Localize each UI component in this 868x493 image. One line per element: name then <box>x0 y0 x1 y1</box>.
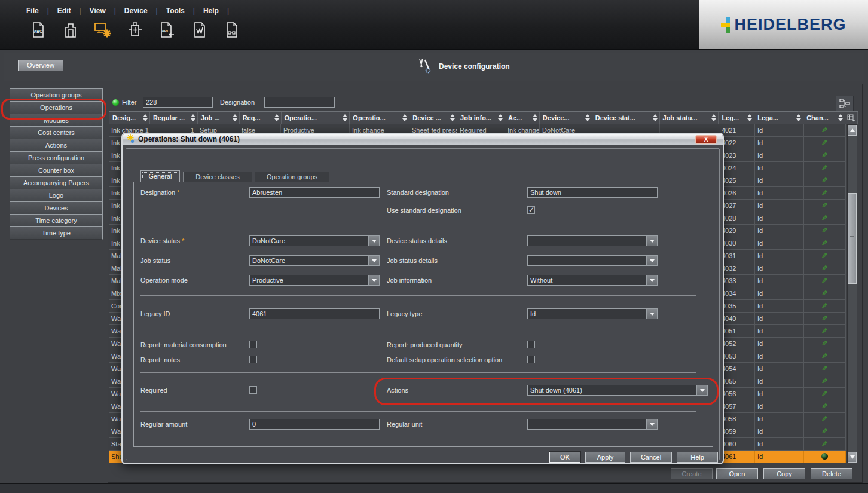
job-status-dropdown[interactable]: DoNotCare <box>249 255 380 266</box>
menu-help[interactable]: Help <box>203 5 237 16</box>
changed-icon: ✎ <box>804 338 846 350</box>
use-standard-designation-checkbox[interactable] <box>527 206 535 214</box>
column-header-device-status-details[interactable]: Device stat... <box>592 112 660 124</box>
table-cell: 4053 <box>719 350 755 363</box>
actions-dropdown[interactable]: Shut down (4061) <box>527 385 708 396</box>
dropdown-arrow-icon[interactable] <box>368 275 379 285</box>
open-button[interactable]: Open <box>716 468 758 479</box>
default-setup-checkbox[interactable] <box>527 356 535 363</box>
sidebar-item-devices[interactable]: Devices <box>10 201 103 215</box>
copy-button[interactable]: Copy <box>763 468 805 479</box>
menu-tools[interactable]: Tools <box>166 5 203 16</box>
cancel-button[interactable]: Cancel <box>630 452 672 463</box>
sidebar-item-modules[interactable]: Modules <box>10 114 103 127</box>
column-header-job-status[interactable]: Job statu... <box>660 112 719 124</box>
filter-input[interactable] <box>143 97 213 108</box>
delete-button[interactable]: Delete <box>811 468 852 479</box>
tab-operation-groups[interactable]: Operation groups <box>255 172 329 182</box>
column-header-legacy-id[interactable]: Leg... <box>719 112 754 124</box>
sidebar-item-accompanying-papers[interactable]: Accompanying Papers <box>10 176 103 189</box>
dropdown-arrow-icon[interactable] <box>646 236 657 246</box>
press-unit-icon[interactable] <box>126 20 145 39</box>
table-cell: 4022 <box>719 137 755 149</box>
tab-general[interactable]: General <box>140 170 180 182</box>
column-header-regular[interactable]: Regular ... <box>150 112 198 124</box>
sidebar-item-cost-centers[interactable]: Cost centers <box>10 126 103 139</box>
regular-unit-dropdown[interactable] <box>527 419 658 430</box>
sidebar-item-logo[interactable]: Logo <box>10 189 103 202</box>
report-quantity-checkbox[interactable] <box>527 341 535 348</box>
legacy-type-dropdown[interactable]: Id <box>527 308 658 319</box>
dropdown-arrow-icon[interactable] <box>646 309 657 319</box>
changed-icon: ✎ <box>804 200 846 212</box>
legacy-id-input[interactable] <box>249 308 380 319</box>
required-checkbox[interactable] <box>249 386 257 394</box>
report-notes-label: Report: notes <box>140 354 180 365</box>
device-status-dropdown[interactable]: DoNotCare <box>249 235 380 246</box>
menu-edit[interactable]: Edit <box>57 5 90 16</box>
filter-label: Filter <box>122 97 136 108</box>
column-header-legacy-type[interactable]: Lega... <box>754 112 803 124</box>
column-header-job[interactable]: Job ... <box>198 112 240 124</box>
sort-icon <box>233 114 237 121</box>
column-header-required[interactable]: Req... <box>240 112 282 124</box>
column-header-device-status[interactable]: Device... <box>540 112 592 124</box>
sidebar-item-actions[interactable]: Actions <box>10 139 103 152</box>
standard-designation-input[interactable] <box>527 187 658 198</box>
overview-button[interactable]: Overview <box>18 60 63 71</box>
column-header-operation-mode[interactable]: Operatio... <box>282 112 350 124</box>
dropdown-arrow-icon[interactable] <box>696 385 707 395</box>
column-header-designation[interactable]: Desig... <box>109 112 150 124</box>
report-material-checkbox[interactable] <box>249 341 257 348</box>
tree-view-button[interactable] <box>836 96 854 111</box>
default-setup-label: Default setup operation selection option <box>387 354 502 365</box>
job-status-details-dropdown[interactable] <box>527 255 658 266</box>
table-scrollbar[interactable] <box>847 124 857 463</box>
help-button[interactable]: Help <box>677 452 718 463</box>
scroll-up-button[interactable] <box>848 125 857 136</box>
job-information-dropdown[interactable]: Without <box>527 275 658 286</box>
dialog-close-button[interactable]: X <box>695 135 717 144</box>
regular-amount-input[interactable] <box>249 419 380 430</box>
dialog-title-bar[interactable]: Operations: Shut down (4061) <box>123 134 723 145</box>
column-header-actions[interactable]: Ac... <box>505 112 540 124</box>
column-chooser-icon[interactable] <box>845 112 858 124</box>
designation-filter-input[interactable] <box>264 97 335 108</box>
dropdown-arrow-icon[interactable] <box>368 256 379 265</box>
device-status-details-dropdown[interactable] <box>527 235 658 246</box>
sidebar-item-operation-groups[interactable]: Operation groups <box>10 88 103 102</box>
sidebar-item-counter-box[interactable]: Counter box <box>10 164 103 177</box>
menu-device[interactable]: Device <box>124 5 166 16</box>
sidebar-item-press-configuration[interactable]: Press configuration <box>10 151 103 164</box>
operation-mode-dropdown[interactable]: Productive <box>249 275 380 286</box>
designation-input[interactable] <box>249 187 380 198</box>
sort-icon <box>796 114 801 121</box>
device-configuration-icon[interactable] <box>93 20 112 39</box>
tab-device-classes[interactable]: Device classes <box>183 172 252 182</box>
document-link-icon[interactable] <box>222 20 242 39</box>
column-header-job-info[interactable]: Job info... <box>457 112 505 124</box>
document-abc-icon[interactable]: ABC <box>29 20 48 39</box>
sidebar-item-time-type[interactable]: Time type <box>10 226 103 240</box>
dropdown-arrow-icon[interactable] <box>368 236 379 246</box>
print-icon[interactable] <box>61 20 80 39</box>
scroll-down-button[interactable] <box>848 452 857 463</box>
report-notes-checkbox[interactable] <box>249 356 257 363</box>
device-status-details-label: Device status details <box>387 235 447 246</box>
scrollbar-thumb[interactable] <box>848 193 857 284</box>
document-check-icon[interactable] <box>190 20 209 39</box>
ok-button[interactable]: OK <box>549 452 580 463</box>
changed-icon: ✎ <box>804 262 846 275</box>
menu-view[interactable]: View <box>90 5 124 16</box>
dropdown-arrow-icon[interactable] <box>646 419 657 429</box>
column-header-changed[interactable]: Chan... <box>803 112 845 124</box>
document-import-icon[interactable]: ABC <box>158 20 177 39</box>
menu-file[interactable]: File <box>26 5 57 16</box>
sidebar-item-time-category[interactable]: Time category <box>10 214 103 227</box>
apply-button[interactable]: Apply <box>585 452 625 463</box>
dropdown-arrow-icon[interactable] <box>646 275 657 285</box>
dropdown-arrow-icon[interactable] <box>646 256 657 265</box>
sidebar-item-operations[interactable]: Operations <box>10 101 103 114</box>
column-header-operation-group[interactable]: Operatio... <box>350 112 409 124</box>
column-header-device[interactable]: Device ... <box>409 112 457 124</box>
